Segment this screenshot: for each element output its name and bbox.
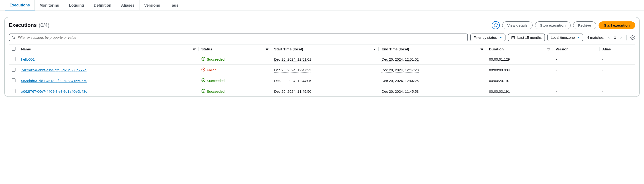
status-filter-dropdown[interactable]: Filter by status — [470, 33, 506, 41]
svg-point-14 — [202, 57, 205, 60]
caret-down-icon — [577, 36, 580, 39]
search-input-wrap[interactable] — [9, 33, 468, 41]
svg-rect-3 — [512, 36, 514, 39]
version: - — [556, 89, 557, 93]
svg-marker-10 — [266, 49, 268, 50]
svg-marker-9 — [193, 49, 196, 50]
redrive-button[interactable]: Redrive — [573, 21, 596, 29]
svg-marker-2 — [500, 37, 502, 38]
executions-table: Name Status Start Time (local) — [9, 44, 635, 97]
col-header-duration-label: Duration — [489, 47, 504, 51]
tab-aliases[interactable]: Aliases — [116, 0, 140, 10]
execution-name-link[interactable]: 9538bd53-7fd1-4d18-af0e-b2c841569779 — [21, 79, 87, 83]
divider — [626, 35, 627, 40]
tabs-bar: Executions Monitoring Logging Definition… — [0, 0, 644, 10]
col-header-status[interactable]: Status — [198, 44, 271, 54]
chevron-right-icon — [619, 36, 622, 39]
tab-versions[interactable]: Versions — [140, 0, 165, 10]
chevron-left-icon — [607, 36, 611, 39]
end-time: Dec 20, 2024, 12:47:23 — [382, 68, 418, 72]
col-header-version-label: Version — [556, 47, 568, 51]
gear-icon — [630, 35, 635, 40]
status-filter-label: Filter by status — [474, 35, 497, 39]
filter-row: Filter by status Last 15 months Local ti… — [9, 33, 635, 41]
timezone-dropdown[interactable]: Local timezone — [548, 33, 583, 41]
status-badge: Succeeded — [201, 78, 268, 83]
sort-icon — [266, 48, 268, 51]
refresh-button[interactable] — [492, 21, 500, 29]
col-header-alias-label: Alias — [602, 47, 611, 51]
version: - — [556, 68, 557, 72]
version: - — [556, 57, 557, 61]
settings-button[interactable] — [630, 35, 635, 40]
svg-marker-12 — [481, 49, 483, 50]
view-details-button[interactable]: View details — [502, 21, 532, 29]
header-actions: View details Stop execution Redrive Star… — [492, 21, 635, 29]
status-text: Succeeded — [207, 89, 225, 93]
row-checkbox[interactable] — [12, 68, 16, 72]
end-time: Dec 20, 2024, 12:44:25 — [382, 79, 418, 83]
execution-name-link[interactable]: hello001 — [21, 57, 35, 61]
tab-logging[interactable]: Logging — [64, 0, 89, 10]
execution-name-link[interactable]: a062f767-06e7-4409-8fe3-9c1a40e6b43c — [21, 89, 87, 93]
svg-line-1 — [14, 38, 15, 39]
col-header-start-time[interactable]: Start Time (local) — [271, 44, 379, 54]
sort-icon — [480, 48, 483, 51]
col-header-version: Version — [553, 44, 600, 54]
date-range-dropdown[interactable]: Last 15 months — [508, 33, 545, 41]
start-time: Dec 20, 2024, 12:51:01 — [274, 57, 311, 62]
matches-label: 4 matches — [586, 35, 605, 39]
stop-execution-button[interactable]: Stop execution — [535, 21, 571, 29]
timezone-label: Local timezone — [551, 35, 575, 39]
end-time: Dec 20, 2024, 11:45:53 — [382, 89, 418, 94]
col-header-end-time[interactable]: End Time (local) — [379, 44, 486, 54]
svg-point-19 — [202, 89, 205, 92]
svg-marker-13 — [548, 49, 550, 50]
status-text: Failed — [207, 68, 216, 72]
sort-icon — [547, 48, 550, 51]
panel-title: Executions (0/4) — [9, 22, 50, 28]
prev-page-button[interactable] — [607, 36, 611, 39]
col-header-start-time-label: Start Time (local) — [274, 47, 303, 51]
row-checkbox[interactable] — [12, 89, 16, 93]
panel-title-count: (0/4) — [38, 22, 49, 28]
duration: 00:00:03.191 — [489, 89, 510, 93]
duration: 00:00:01.129 — [489, 57, 510, 61]
svg-marker-7 — [577, 37, 580, 38]
error-icon — [201, 67, 206, 72]
col-header-duration[interactable]: Duration — [486, 44, 553, 54]
start-time: Dec 20, 2024, 12:47:22 — [274, 68, 311, 72]
tab-definition[interactable]: Definition — [89, 0, 116, 10]
check-icon — [201, 89, 206, 94]
status-text: Succeeded — [207, 79, 225, 83]
status-badge: Succeeded — [201, 89, 268, 94]
tab-monitoring[interactable]: Monitoring — [35, 0, 64, 10]
start-execution-button[interactable]: Start execution — [598, 21, 635, 29]
row-checkbox[interactable] — [12, 78, 16, 82]
search-input[interactable] — [18, 35, 465, 39]
alias: - — [602, 79, 604, 83]
start-time: Dec 20, 2024, 11:45:50 — [274, 89, 311, 94]
sort-icon — [373, 48, 376, 51]
table-row: hello001SucceededDec 20, 2024, 12:51:01D… — [9, 54, 635, 65]
next-page-button[interactable] — [619, 36, 622, 39]
row-checkbox[interactable] — [12, 57, 16, 61]
table-row: a062f767-06e7-4409-8fe3-9c1a40e6b43cSucc… — [9, 86, 635, 97]
status-badge: Succeeded — [201, 57, 268, 62]
execution-name-link[interactable]: 7403a05a-abbf-41f4-bfd6-d28e638e772d — [21, 68, 86, 72]
alias: - — [602, 57, 604, 61]
tab-tags[interactable]: Tags — [165, 0, 183, 10]
check-icon — [201, 57, 206, 62]
panel-title-text: Executions — [9, 22, 37, 28]
col-header-name[interactable]: Name — [18, 44, 198, 54]
pager: 1 — [607, 36, 622, 39]
select-all-checkbox[interactable] — [12, 47, 16, 51]
duration: 00:00:00.094 — [489, 68, 510, 72]
date-range-label: Last 15 months — [518, 35, 542, 39]
table-row: 7403a05a-abbf-41f4-bfd6-d28e638e772dFail… — [9, 65, 635, 75]
executions-panel: Executions (0/4) View details Stop execu… — [4, 17, 640, 97]
tab-executions[interactable]: Executions — [5, 0, 35, 10]
status-text: Succeeded — [207, 57, 225, 61]
check-icon — [201, 78, 206, 83]
status-badge: Failed — [201, 67, 268, 72]
